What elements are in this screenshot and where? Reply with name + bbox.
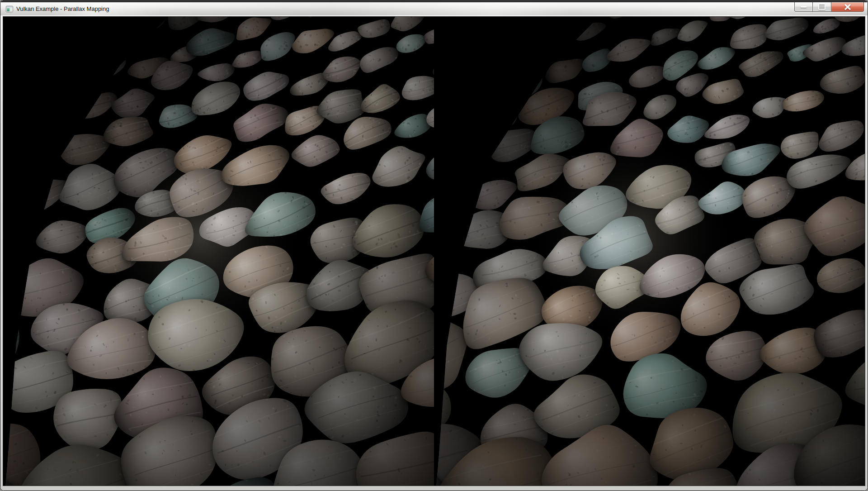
maximize-icon: [818, 4, 826, 10]
close-button[interactable]: [831, 2, 864, 12]
minimize-icon: [801, 6, 807, 8]
window-title: Vulkan Example - Parallax Mapping: [16, 5, 109, 12]
maximize-button[interactable]: [813, 2, 831, 12]
render-area: [3, 16, 865, 486]
app-icon: [6, 5, 13, 13]
window-frame: [0, 15, 868, 491]
minimize-button[interactable]: [794, 2, 813, 12]
parallax-mapped-view[interactable]: [3, 17, 434, 486]
close-icon: [844, 4, 851, 10]
window-controls: [794, 2, 864, 12]
normal-mapped-view[interactable]: [434, 17, 865, 486]
app-window: Vulkan Example - Parallax Mapping: [0, 0, 868, 491]
titlebar[interactable]: Vulkan Example - Parallax Mapping: [0, 0, 868, 15]
titlebar-caption: Vulkan Example - Parallax Mapping: [0, 2, 109, 15]
